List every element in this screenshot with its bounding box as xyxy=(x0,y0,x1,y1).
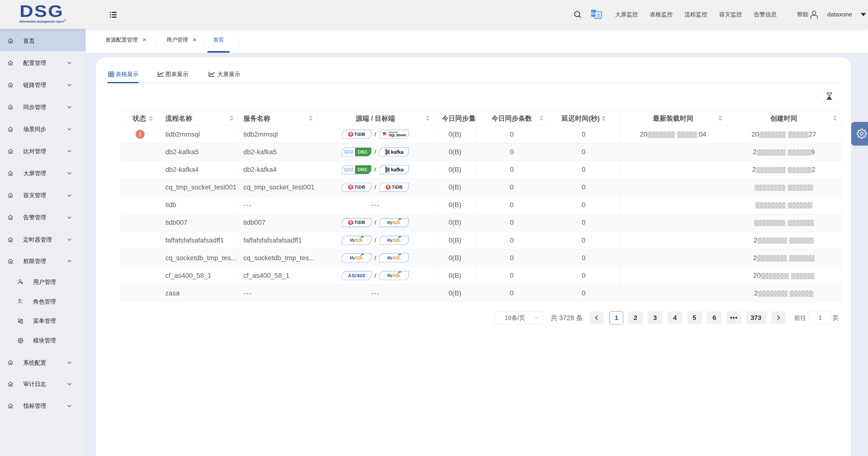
svg-text:文: 文 xyxy=(596,12,601,18)
svg-text:En: En xyxy=(591,11,596,16)
